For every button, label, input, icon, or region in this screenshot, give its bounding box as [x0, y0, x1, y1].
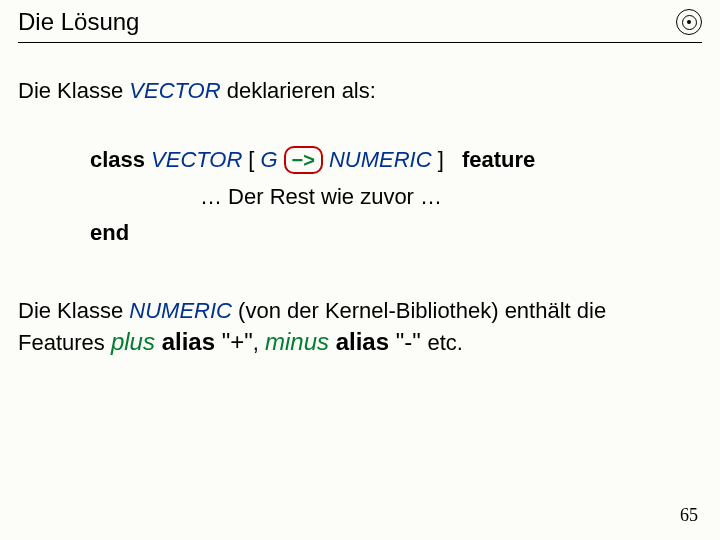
feature-minus: minus: [265, 328, 336, 355]
alias-plus-op: "+": [215, 328, 253, 355]
p2-etc: etc.: [427, 330, 462, 355]
class-numeric: NUMERIC: [329, 147, 432, 173]
class-vector: VECTOR: [151, 147, 242, 173]
slide-header: Die Lösung: [18, 8, 702, 43]
page-number: 65: [680, 505, 698, 526]
keyword-feature: feature: [462, 147, 535, 173]
intro-line: Die Klasse VECTOR deklarieren als:: [18, 78, 692, 104]
p2-numeric: NUMERIC: [129, 298, 232, 323]
code-rest: … Der Rest wie zuvor …: [200, 184, 692, 210]
slide-title: Die Lösung: [18, 8, 139, 36]
code-line-declaration: class VECTOR [G −> NUMERIC ] feature: [90, 146, 692, 174]
intro-post: deklarieren als:: [221, 78, 376, 103]
keyword-end: end: [90, 220, 692, 246]
generic-g: G: [260, 147, 277, 173]
logo-icon: [676, 9, 702, 35]
intro-pre: Die Klasse: [18, 78, 129, 103]
alias-kw-2: alias: [336, 328, 389, 355]
alias-kw-1: alias: [162, 328, 215, 355]
arrow-symbol: −>: [292, 150, 315, 170]
p2-t1: Die Klasse: [18, 298, 129, 323]
alias-minus-op: "-": [389, 328, 427, 355]
keyword-class: class: [90, 147, 145, 173]
explanation-paragraph: Die Klasse NUMERIC (von der Kernel-Bibli…: [18, 296, 692, 358]
comma: ,: [253, 330, 265, 355]
bracket-open: [: [248, 147, 254, 173]
intro-vector: VECTOR: [129, 78, 220, 103]
slide-body: Die Klasse VECTOR deklarieren als: class…: [18, 78, 692, 358]
constraint-arrow-box: −>: [284, 146, 323, 174]
feature-plus: plus: [111, 328, 162, 355]
code-block: class VECTOR [G −> NUMERIC ] feature … D…: [90, 146, 692, 246]
bracket-close: ]: [438, 147, 444, 173]
